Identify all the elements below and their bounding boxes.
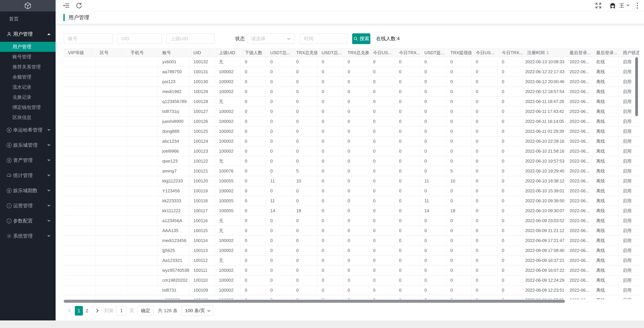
- sidebar-subitem-1-1[interactable]: 账号管理: [0, 52, 56, 62]
- cell-account: tsl8731: [158, 285, 190, 295]
- sort-icon[interactable]: [546, 51, 549, 54]
- cell-today_trx_recharge: 0: [395, 97, 420, 107]
- avatar[interactable]: [609, 2, 616, 9]
- col-parent_uid: 上级UID: [215, 49, 241, 57]
- sidebar-subitem-1-7[interactable]: 区块信息: [0, 112, 56, 123]
- cell-account: qwe123: [158, 156, 190, 166]
- col-reg_time[interactable]: 注册时间: [523, 49, 566, 57]
- cell-vip_level: [64, 166, 96, 176]
- cell-sub_count: 0: [241, 276, 266, 285]
- sidebar-item-9[interactable]: 系统管理: [0, 229, 56, 244]
- cell-phone: [126, 196, 158, 206]
- time-input[interactable]: [300, 33, 348, 44]
- uid-input[interactable]: [117, 33, 162, 44]
- cell-trx_withdraw: 0: [446, 87, 472, 97]
- cell-trx_total_exchange: 0: [344, 137, 369, 147]
- sidebar-item-4[interactable]: 资产管理: [0, 153, 56, 168]
- cell-phone: [126, 77, 158, 87]
- user-menu-chevron-down-icon[interactable]: [626, 5, 630, 8]
- sidebar-item-6[interactable]: 娱乐城期数: [0, 183, 56, 198]
- cell-usdt_withdraw: 0: [420, 216, 446, 226]
- page-2[interactable]: 2: [83, 308, 91, 314]
- topbar: 王: [56, 0, 644, 11]
- select-chevron-down-icon: [287, 38, 290, 42]
- cell-today_trx_withdraw: 0: [498, 196, 523, 206]
- cell-last_login_state: 离线: [592, 67, 619, 77]
- cell-last_login_state: 离线: [592, 127, 619, 137]
- cell-reg_time: 2022-06-10 21:58:16: [523, 147, 566, 156]
- cell-trx_withdraw: 0: [446, 216, 472, 226]
- table-row: Aa123321100112无000000000002022-06-09 16:…: [64, 256, 639, 266]
- cell-today_trx_withdraw: 0: [498, 87, 523, 97]
- cell-account: si002300: [158, 295, 190, 299]
- cell-vip_level: [64, 216, 96, 226]
- cell-today_usdt_recharge: 0: [369, 57, 395, 67]
- cell-trx_withdraw: 0: [446, 57, 472, 67]
- sidebar-subitem-1-3[interactable]: 余额管理: [0, 72, 56, 82]
- cell-user_status: 启用: [619, 256, 639, 266]
- sidebar-item-2[interactable]: 幸运哈希管理: [0, 123, 56, 138]
- cell-vip_level: [64, 186, 96, 196]
- vertical-scrollbar[interactable]: [635, 57, 638, 116]
- goto-page-input[interactable]: [116, 306, 127, 316]
- collapse-sidebar-icon[interactable]: [62, 2, 70, 9]
- cell-trx_total_recharge: 0: [292, 97, 318, 107]
- col-today_usdt_withdraw: 今日US...: [472, 49, 498, 57]
- account-input[interactable]: [64, 33, 113, 44]
- page-1[interactable]: 1: [75, 306, 83, 316]
- sidebar-item-1[interactable]: 用户管理: [0, 27, 56, 42]
- parent-uid-input[interactable]: [166, 33, 215, 44]
- sidebar-item-label: 参数配置: [13, 218, 33, 224]
- fullscreen-icon[interactable]: [595, 2, 602, 9]
- cell-today_usdt_recharge: 0: [369, 246, 395, 256]
- page-size-select[interactable]: 100 条/页: [182, 306, 213, 316]
- sidebar-subitem-1-0[interactable]: 用户管理: [0, 42, 56, 52]
- cell-parent_uid: 100002: [215, 295, 241, 299]
- sidebar-item-0[interactable]: 首页: [0, 11, 56, 27]
- sidebar-subitem-1-5[interactable]: 兑换记录: [0, 92, 56, 102]
- cell-trx_total_exchange: 0: [344, 285, 369, 295]
- cube-logo-icon: [24, 2, 32, 9]
- sidebar-subitem-1-6[interactable]: 绑定钱包管理: [0, 102, 56, 112]
- status-select[interactable]: 请选择: [247, 33, 294, 44]
- cell-parent_uid: 无: [215, 216, 241, 226]
- cell-phone: [126, 87, 158, 97]
- cell-today_usdt_withdraw: 0: [472, 186, 498, 196]
- search-button[interactable]: 搜索: [352, 33, 370, 44]
- cell-sub_count: 0: [241, 206, 266, 216]
- sidebar-subitem-1-2[interactable]: 推荐关系管理: [0, 62, 56, 72]
- cell-last_login_time: 2022-06...: [566, 246, 592, 256]
- cell-uid: 100108: [190, 295, 215, 299]
- refresh-icon[interactable]: [75, 2, 83, 9]
- sidebar-item-3[interactable]: 娱乐城管理: [0, 138, 56, 153]
- sidebar-item-7[interactable]: 运营管理: [0, 198, 56, 213]
- cell-trx_total_exchange: 0: [344, 156, 369, 166]
- cell-today_trx_recharge: 0: [395, 87, 420, 97]
- cell-usdt_total_exchange: 0: [318, 147, 344, 156]
- cell-area_code: [96, 295, 126, 299]
- username[interactable]: 王: [619, 2, 624, 9]
- cell-reg_time: 2022-06-11 01:29:39: [523, 127, 566, 137]
- next-page-icon[interactable]: [95, 309, 99, 313]
- col-phone: 手机号: [126, 49, 158, 57]
- cell-reg_time: 2022-06-09 23:03:52: [523, 216, 566, 226]
- cell-trx_withdraw: 0: [446, 107, 472, 117]
- cell-last_login_time: 2022-06...: [566, 117, 592, 127]
- sidebar-subitem-1-4[interactable]: 流水记录: [0, 82, 56, 92]
- cell-uid: 100115: [190, 226, 215, 236]
- cell-sub_count: 0: [241, 87, 266, 97]
- app-window: 首页用户管理用户管理账号管理推荐关系管理余额管理流水记录兑换记录绑定钱包管理区块…: [0, 0, 644, 321]
- sidebar-item-8[interactable]: 参数配置: [0, 213, 56, 229]
- cell-user_status: 启用: [619, 295, 639, 299]
- sidebar-item-5[interactable]: 统计管理: [0, 168, 56, 183]
- cell-sub_count: 0: [241, 285, 266, 295]
- cell-phone: [126, 236, 158, 246]
- cell-reg_time: 2022-06-10 19:57:53: [523, 156, 566, 166]
- more-options-icon[interactable]: [634, 1, 641, 10]
- cell-today_usdt_recharge: 0: [369, 97, 395, 107]
- cell-usdt_withdraw: 0: [420, 266, 446, 276]
- cell-phone: [126, 127, 158, 137]
- cell-trx_total_recharge: 5: [292, 166, 318, 176]
- confirm-button[interactable]: 确定: [138, 306, 154, 316]
- horizontal-scrollbar[interactable]: [64, 300, 565, 303]
